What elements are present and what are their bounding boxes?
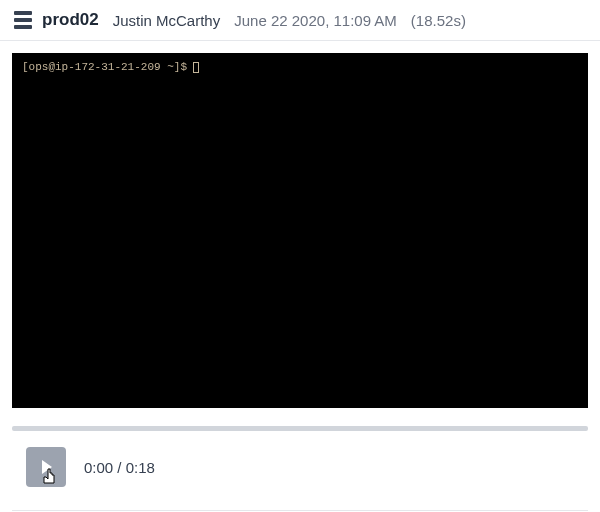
hostname: prod02 [42,10,99,30]
terminal-container: [ops@ip-172-31-21-209 ~]$ [0,41,600,420]
terminal-prompt: [ops@ip-172-31-21-209 ~]$ [22,61,187,73]
session-header: prod02 Justin McCarthy June 22 2020, 11:… [0,0,600,41]
time-separator: / [113,459,126,476]
session-duration: (18.52s) [411,12,466,29]
play-button[interactable] [26,447,66,487]
terminal-line: [ops@ip-172-31-21-209 ~]$ [22,61,578,73]
play-icon [42,460,52,474]
divider [12,510,588,511]
total-time: 0:18 [126,459,155,476]
current-time: 0:00 [84,459,113,476]
username: Justin McCarthy [113,12,221,29]
playback-time: 0:00 / 0:18 [84,459,155,476]
playback-controls: 0:00 / 0:18 [0,431,600,503]
session-datetime: June 22 2020, 11:09 AM [234,12,397,29]
terminal-viewport: [ops@ip-172-31-21-209 ~]$ [12,53,588,408]
terminal-cursor [193,62,199,73]
server-icon [14,11,32,29]
